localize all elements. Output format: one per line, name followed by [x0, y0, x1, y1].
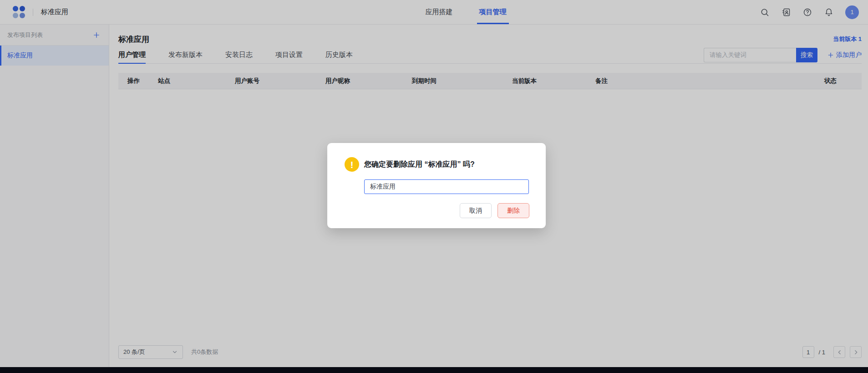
cancel-button[interactable]: 取消	[460, 203, 492, 218]
app-screen: 标准应用 应用搭建 项目管理	[0, 0, 868, 373]
dialog-title: 您确定要删除应用 “标准应用” 吗?	[364, 160, 475, 169]
warning-icon: !	[345, 157, 359, 172]
delete-confirm-dialog: ! 您确定要删除应用 “标准应用” 吗? 取消 删除	[327, 143, 546, 228]
dialog-header: ! 您确定要删除应用 “标准应用” 吗?	[345, 157, 529, 172]
dialog-buttons: 取消 删除	[345, 203, 529, 218]
confirm-app-name-input[interactable]	[364, 179, 529, 194]
delete-button[interactable]: 删除	[497, 203, 529, 218]
